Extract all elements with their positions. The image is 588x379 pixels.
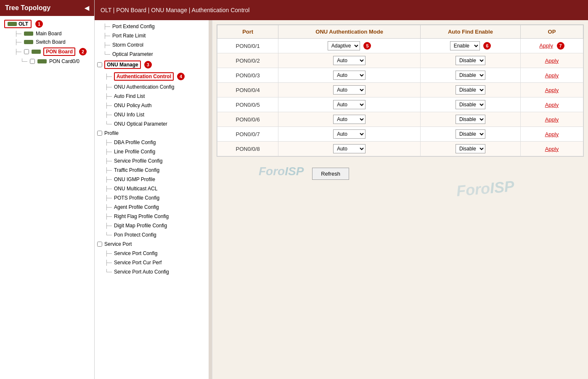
nav-line-16: ├─ xyxy=(105,186,112,192)
nav-item-service-port-auto[interactable]: └─ Service Port Auto Config xyxy=(95,267,212,276)
nav-line-14: ├─ xyxy=(105,167,112,173)
nav-item-igmp[interactable]: ├─ ONU IGMP Profile xyxy=(95,175,212,184)
apply-link-2[interactable]: Apply xyxy=(545,58,559,64)
onu-manage-checkbox[interactable] xyxy=(97,62,102,67)
op-cell-2: Apply xyxy=(520,53,583,68)
badge-2: 2 xyxy=(79,48,87,55)
nav-label-3: Storm Control xyxy=(112,42,143,48)
nav-item-traffic[interactable]: ├─ Traffic Profile Config xyxy=(95,166,212,175)
content-header: OLT | PON Board | ONU Manage | Authentic… xyxy=(95,0,588,20)
port-cell: PON0/0/1 xyxy=(217,39,278,53)
onu-manage-label: ONU Manage xyxy=(104,61,141,69)
watermark: ForoISP xyxy=(456,177,515,200)
sidebar: Tree Topology ◀ OLT 1 ├─ Main Board xyxy=(0,0,95,379)
scrollbar[interactable] xyxy=(209,20,212,379)
sidebar-item-pon-board[interactable]: ├─ PON Board 2 xyxy=(0,46,94,57)
nav-line-10: └─ xyxy=(105,121,112,127)
nav-item-port-rate[interactable]: ├─ Port Rate Limit xyxy=(95,31,212,40)
apply-link-6[interactable]: Apply xyxy=(545,116,559,123)
nav-item-auto-find[interactable]: ├─ Auto Find List xyxy=(95,92,212,101)
apply-link-8[interactable]: Apply xyxy=(545,146,559,152)
table-row: PON0/0/1 Adaptive Auto Manual 5 xyxy=(217,39,583,53)
nav-line-9: ├─ xyxy=(105,112,112,118)
nav-item-right-flag[interactable]: ├─ Right Flag Profile Config xyxy=(95,212,212,221)
pon-board-checkbox[interactable] xyxy=(24,49,29,54)
nav-item-profile[interactable]: Profile xyxy=(95,129,212,138)
service-profile-label: Service Profile Config xyxy=(114,158,162,164)
refresh-button[interactable]: Refresh xyxy=(312,168,349,180)
apply-link-1[interactable]: Apply xyxy=(539,42,553,49)
auto-find-select-8[interactable]: Disable Enable xyxy=(456,144,485,153)
port-cell-7: PON0/0/7 xyxy=(217,127,278,142)
nav-item-dba[interactable]: ├─ DBA Profile Config xyxy=(95,138,212,147)
nav-item-onu-manage[interactable]: ONU Manage 3 xyxy=(95,59,212,71)
nav-item-service-profile[interactable]: ├─ Service Profile Config xyxy=(95,156,212,166)
sidebar-item-main-board[interactable]: ├─ Main Board xyxy=(0,29,94,38)
nav-line-21: └─ xyxy=(105,232,112,238)
auth-mode-select-3[interactable]: Auto Adaptive Manual xyxy=(333,71,366,80)
nav-line-20: ├─ xyxy=(105,223,112,229)
apply-link-5[interactable]: Apply xyxy=(545,102,559,108)
nav-item-onu-optical[interactable]: └─ ONU Optical Parameter xyxy=(95,119,212,129)
nav-item-pots[interactable]: ├─ POTS Profile Config xyxy=(95,193,212,203)
nav-item-onu-auth-config[interactable]: ├─ ONU Authentication Config xyxy=(95,82,212,92)
device-icon-switchboard xyxy=(24,40,33,44)
table-row: PON0/0/8 Auto Adaptive Manual xyxy=(217,142,583,156)
pon-card-checkbox[interactable] xyxy=(30,59,35,64)
nav-item-service-port[interactable]: Service Port xyxy=(95,240,212,249)
watermark-inline: ForoISP xyxy=(259,165,304,178)
main-panel: ForoISP Port ONU Authentication Mode Aut… xyxy=(212,20,588,379)
auto-find-select-3[interactable]: Disable Enable xyxy=(456,71,485,80)
onu-info-label: ONU Info List xyxy=(114,112,144,118)
nav-item-line[interactable]: ├─ Line Profile Config xyxy=(95,147,212,156)
main-board-label: Main Board xyxy=(36,31,61,37)
auth-mode-select-6[interactable]: Auto Adaptive Manual xyxy=(333,115,366,124)
auth-mode-select-7[interactable]: Auto Adaptive Manual xyxy=(333,129,366,139)
auto-find-select-2[interactable]: Disable Enable xyxy=(456,56,485,65)
nav-item-storm[interactable]: ├─ Storm Control xyxy=(95,40,212,50)
nav-line-8: ├─ xyxy=(105,103,112,108)
sidebar-item-switch-board[interactable]: ├─ Switch Board xyxy=(0,38,94,46)
nav-item-pon-protect[interactable]: └─ Pon Protect Config xyxy=(95,230,212,240)
apply-link-3[interactable]: Apply xyxy=(545,72,559,79)
badge-5: 5 xyxy=(363,42,371,50)
apply-link-4[interactable]: Apply xyxy=(545,87,559,93)
nav-line-5: ├─ xyxy=(105,74,112,79)
sidebar-header: Tree Topology ◀ xyxy=(0,0,94,16)
auth-table: Port ONU Authentication Mode Auto Find E… xyxy=(217,25,583,156)
apply-link-7[interactable]: Apply xyxy=(545,131,559,137)
op-cell-3: Apply xyxy=(520,68,583,83)
collapse-arrow-icon[interactable]: ◀ xyxy=(85,5,89,11)
watermark-text-2: ISP xyxy=(489,177,515,197)
auth-mode-select-1[interactable]: Adaptive Auto Manual xyxy=(328,41,360,50)
auth-mode-select-4[interactable]: Auto Adaptive Manual xyxy=(333,85,366,95)
auth-mode-select-2[interactable]: Auto Adaptive Manual xyxy=(333,56,366,65)
nav-item-agent[interactable]: ├─ Agent Profile Config xyxy=(95,203,212,212)
nav-item-onu-policy[interactable]: ├─ ONU Policy Auth xyxy=(95,101,212,110)
sidebar-item-pon-card[interactable]: └─ PON Card0/0 xyxy=(0,57,94,66)
nav-item-port-extend[interactable]: ├─ Port Extend Config xyxy=(95,22,212,31)
auth-mode-select-8[interactable]: Auto Adaptive Manual xyxy=(333,144,366,153)
nav-item-multicast[interactable]: ├─ ONU Multicast ACL xyxy=(95,184,212,193)
auto-find-select-7[interactable]: Disable Enable xyxy=(456,129,485,139)
auto-find-select-1[interactable]: Enable Disable xyxy=(450,41,480,50)
auth-mode-select-5[interactable]: Auto Adaptive Manual xyxy=(333,100,366,109)
auto-find-cell: Enable Disable 6 xyxy=(421,39,521,53)
refresh-area: ForoISP Refresh xyxy=(217,163,349,180)
nav-item-auth-control[interactable]: ├─ Authentication Control 4 xyxy=(95,71,212,82)
auto-find-select-6[interactable]: Disable Enable xyxy=(456,115,485,124)
badge-3: 3 xyxy=(144,61,152,68)
auto-find-select-5[interactable]: Disable Enable xyxy=(456,100,485,109)
sidebar-item-olt[interactable]: OLT 1 xyxy=(0,18,94,29)
op-cell-4: Apply xyxy=(520,83,583,97)
auto-find-select-4[interactable]: Disable Enable xyxy=(456,85,485,95)
profile-checkbox[interactable] xyxy=(97,131,102,136)
nav-item-service-port-config[interactable]: ├─ Service Port Config xyxy=(95,249,212,258)
tree-line-3: ├─ xyxy=(14,49,21,55)
nav-item-digit-map[interactable]: ├─ Digit Map Profile Config xyxy=(95,221,212,230)
nav-item-optical[interactable]: └─ Optical Parameter xyxy=(95,50,212,59)
nav-item-onu-info[interactable]: ├─ ONU Info List xyxy=(95,110,212,119)
service-port-checkbox[interactable] xyxy=(97,242,102,247)
nav-line-7: ├─ xyxy=(105,93,112,99)
nav-item-service-port-cur-perf[interactable]: ├─ Service Port Cur Perf xyxy=(95,258,212,267)
